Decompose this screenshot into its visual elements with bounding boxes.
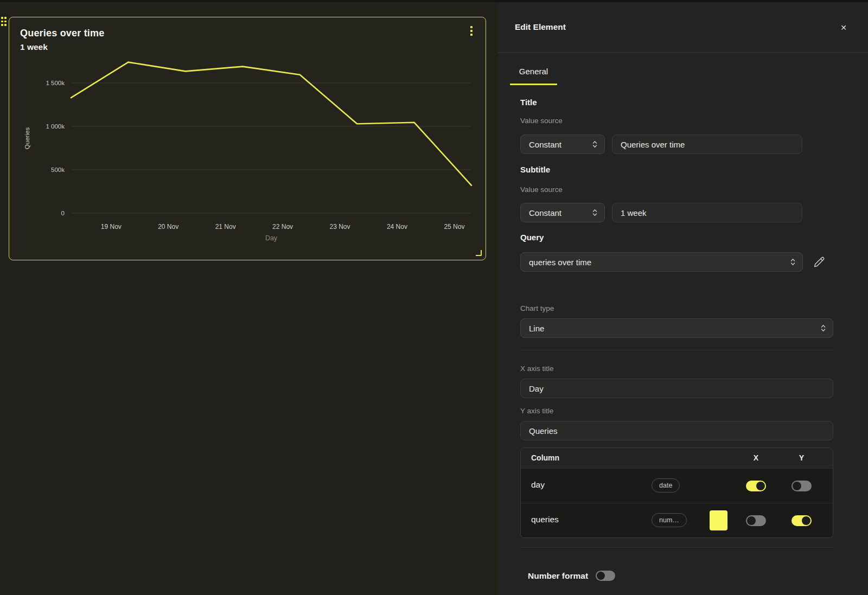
svg-text:20 Nov: 20 Nov xyxy=(158,223,178,231)
number-format-toggle[interactable] xyxy=(596,571,615,581)
column-header: Column xyxy=(531,453,559,462)
title-value-input[interactable] xyxy=(621,140,794,149)
svg-text:1 500k: 1 500k xyxy=(46,80,65,86)
svg-text:25 Nov: 25 Nov xyxy=(444,223,464,231)
column-name: day xyxy=(531,480,545,490)
chart-element-panel[interactable]: 0500k1 000k1 500k19 Nov20 Nov21 Nov22 No… xyxy=(9,17,486,260)
subtitle-source-select[interactable]: Constant xyxy=(520,203,605,222)
columns-table-header: Column X Y xyxy=(521,448,833,468)
svg-text:21 Nov: 21 Nov xyxy=(215,223,236,231)
svg-text:Day: Day xyxy=(265,234,278,242)
x-axis-toggle[interactable] xyxy=(746,515,766,526)
y-axis-toggle[interactable] xyxy=(792,481,812,491)
title-value-source-label: Value source xyxy=(520,117,563,125)
line-chart: 0500k1 000k1 500k19 Nov20 Nov21 Nov22 No… xyxy=(9,17,487,261)
svg-text:500k: 500k xyxy=(51,167,65,173)
title-value-input-wrap xyxy=(612,135,802,154)
series-color-swatch[interactable] xyxy=(710,510,727,530)
y-axis-title-label: Y axis title xyxy=(520,407,553,415)
number-format-label: Number format xyxy=(528,571,588,581)
dashboard-canvas: 0500k1 000k1 500k19 Nov20 Nov21 Nov22 No… xyxy=(0,0,498,595)
title-source-select[interactable]: Constant xyxy=(520,135,605,154)
x-axis-title-label: X axis title xyxy=(520,364,554,373)
svg-text:23 Nov: 23 Nov xyxy=(329,223,350,231)
table-row: queriesnum… xyxy=(521,503,833,538)
y-header: Y xyxy=(792,453,812,462)
chevron-updown-icon xyxy=(790,258,796,266)
chevron-updown-icon xyxy=(592,208,598,217)
svg-text:24 Nov: 24 Nov xyxy=(387,223,407,231)
x-axis-input-wrap xyxy=(520,379,833,398)
subtitle-value-input-wrap xyxy=(612,203,802,222)
drag-dots-icon[interactable] xyxy=(1,17,7,26)
y-axis-toggle[interactable] xyxy=(792,515,812,526)
query-section-heading: Query xyxy=(520,233,544,242)
columns-table: Column X Y daydatequeriesnum… xyxy=(520,447,833,538)
query-select[interactable]: queries over time xyxy=(520,252,803,272)
table-row: daydate xyxy=(521,468,833,503)
column-type-badge: num… xyxy=(652,513,687,527)
chart-subtitle: 1 week xyxy=(20,42,48,52)
svg-text:Queries: Queries xyxy=(24,127,30,150)
divider xyxy=(520,350,833,350)
subtitle-value-source-label: Value source xyxy=(520,185,563,194)
svg-text:19 Nov: 19 Nov xyxy=(101,223,122,231)
sidebar-header: Edit Element ✕ xyxy=(498,0,868,53)
svg-text:22 Nov: 22 Nov xyxy=(272,223,293,231)
resize-handle[interactable] xyxy=(476,250,482,256)
svg-text:1 000k: 1 000k xyxy=(46,123,65,130)
tab-general[interactable]: General xyxy=(510,67,557,85)
close-icon[interactable]: ✕ xyxy=(835,20,852,36)
column-name: queries xyxy=(531,515,559,524)
divider xyxy=(520,547,833,548)
kebab-vertical-icon[interactable] xyxy=(468,25,475,38)
y-axis-input-wrap xyxy=(520,421,833,440)
svg-text:0: 0 xyxy=(61,210,65,216)
edit-element-sidebar: Edit Element ✕ General Title Value sourc… xyxy=(498,0,868,595)
chart-type-select[interactable]: Line xyxy=(520,318,833,338)
top-strip xyxy=(0,0,868,2)
x-header: X xyxy=(746,453,766,462)
y-axis-title-input[interactable] xyxy=(529,426,825,436)
columns-table-body: daydatequeriesnum… xyxy=(521,468,833,538)
chart-title: Queries over time xyxy=(20,28,104,39)
x-axis-title-input[interactable] xyxy=(529,384,825,393)
title-section-heading: Title xyxy=(520,98,537,107)
subtitle-value-input[interactable] xyxy=(621,208,794,217)
subtitle-section-heading: Subtitle xyxy=(520,165,550,174)
chevron-updown-icon xyxy=(592,140,598,149)
x-axis-toggle[interactable] xyxy=(746,481,766,491)
sidebar-title: Edit Element xyxy=(515,22,566,32)
column-type-badge: date xyxy=(652,478,680,492)
pencil-icon[interactable] xyxy=(813,256,825,268)
chevron-updown-icon xyxy=(820,324,826,332)
chart-type-label: Chart type xyxy=(520,304,554,312)
